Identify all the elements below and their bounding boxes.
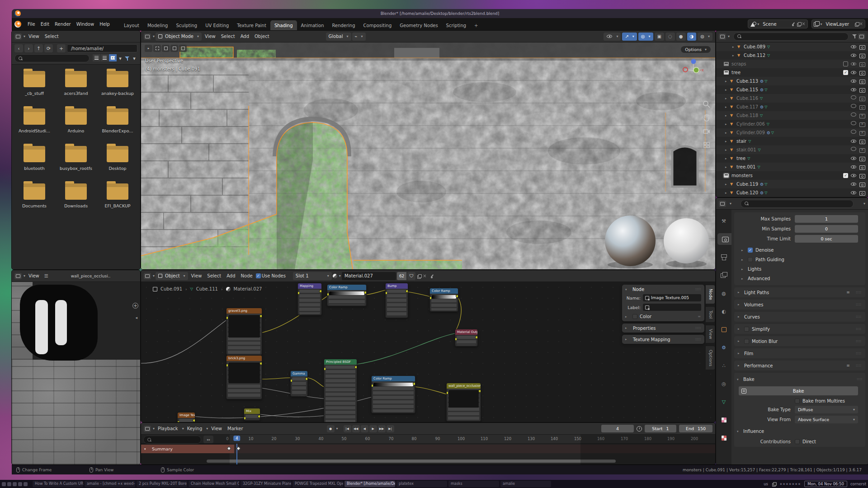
- tray-icon[interactable]: [771, 481, 777, 487]
- gizmo-toggle[interactable]: ↗▾: [622, 33, 637, 41]
- tab-object[interactable]: [716, 324, 731, 335]
- workspace-tab[interactable]: Shading: [270, 20, 297, 30]
- shader-node[interactable]: gravel3.png: [226, 308, 262, 355]
- folder-item[interactable]: bluetooth: [14, 146, 55, 171]
- close-icon[interactable]: ×: [802, 21, 805, 27]
- workspace-tab[interactable]: Layout: [120, 20, 143, 30]
- expand-arrow-icon[interactable]: ▸: [732, 54, 737, 57]
- subsection-checkbox[interactable]: [748, 257, 753, 262]
- snap-dropdown[interactable]: ⌁▾: [352, 33, 366, 41]
- tab-output[interactable]: [716, 251, 731, 263]
- folder-item[interactable]: anakey-backup: [97, 71, 138, 96]
- subsection-row[interactable]: ▸ Denoise: [737, 246, 863, 254]
- outliner-row[interactable]: ▸ ▼ monsters ⚙ ▽: [716, 171, 868, 180]
- render-camera-icon[interactable]: [859, 61, 865, 67]
- workspace-tab[interactable]: Rendering: [328, 20, 359, 30]
- visibility-eye-icon[interactable]: [850, 78, 857, 84]
- shader-node[interactable]: Color Ramp: [371, 375, 415, 413]
- sidebar-tab[interactable]: View: [706, 325, 715, 343]
- node-header[interactable]: Mix: [244, 408, 260, 414]
- visibility-eye-icon[interactable]: [850, 52, 857, 58]
- render-camera-icon[interactable]: [859, 121, 865, 127]
- expand-arrow-icon[interactable]: ▸: [725, 114, 730, 117]
- color-checkbox[interactable]: [632, 314, 637, 319]
- outliner-search-input[interactable]: [733, 33, 849, 41]
- outliner-row[interactable]: ▸ ▼ Cylinder.006 ⚙ ▽: [716, 120, 868, 128]
- taskbar-window-button[interactable]: 2 pcs Pulley MXL-20T Bore Siz...: [137, 481, 187, 487]
- shader-node[interactable]: Gamma: [290, 371, 308, 397]
- tool-icon[interactable]: [162, 45, 170, 52]
- fake-user-shield-icon[interactable]: 🛡: [407, 272, 415, 280]
- node-label-field[interactable]: [643, 304, 701, 311]
- workspace-tab[interactable]: Modeling: [143, 20, 172, 30]
- shading-material-button[interactable]: ◑: [687, 33, 697, 41]
- section-bar[interactable]: ▸ Volumes ≡ ∷∷: [734, 300, 865, 310]
- collapse-arrow-icon[interactable]: ▾: [737, 430, 741, 433]
- collapse-arrow-icon[interactable]: ▾: [625, 288, 630, 291]
- subsection-checkbox[interactable]: [748, 248, 753, 253]
- texture-mapping-subpanel[interactable]: ▸ Texture Mapping ∷∷: [622, 335, 704, 344]
- copy-icon[interactable]: [796, 21, 802, 27]
- expand-arrow-icon[interactable]: ▸: [625, 315, 630, 319]
- render-camera-icon[interactable]: [859, 113, 865, 118]
- image-editor-canvas[interactable]: + ◂: [12, 282, 140, 465]
- create-folder-button[interactable]: +: [57, 44, 66, 52]
- display-mode-icon[interactable]: [858, 33, 865, 40]
- tab-world[interactable]: ◐: [716, 305, 731, 317]
- tool-icon[interactable]: [170, 45, 178, 52]
- tab-tool[interactable]: ⚒: [716, 215, 731, 227]
- tab-object-data[interactable]: ▽: [716, 396, 731, 408]
- folder-item[interactable]: Documents: [14, 183, 55, 208]
- min-samples-field[interactable]: 0: [795, 225, 858, 233]
- taskbar-window-button[interactable]: amalie - [chmod +x weed-intern...: [85, 481, 135, 487]
- shader-type-dropdown[interactable]: Object▾: [156, 272, 188, 280]
- workspace-tab[interactable]: Compositing: [359, 20, 396, 30]
- section-bar[interactable]: ▸ Performance ≡ ∷∷: [734, 361, 865, 371]
- zoom-icon[interactable]: [703, 100, 711, 108]
- render-camera-icon[interactable]: [859, 52, 865, 58]
- path-field[interactable]: /home/amalie/: [67, 44, 137, 52]
- sidebar-tab[interactable]: Tool: [706, 306, 715, 323]
- editor-type-icon[interactable]: [719, 201, 726, 207]
- expand-arrow-icon[interactable]: ▸: [725, 88, 730, 92]
- expand-arrow-icon[interactable]: ▸: [725, 122, 730, 126]
- outliner-row[interactable]: ▸ ▼ tree.001 ⚙ ▽: [716, 163, 868, 171]
- editor-type-icon[interactable]: [144, 273, 151, 279]
- node-header[interactable]: gravel3.png: [226, 308, 262, 314]
- collapse-arrow-icon[interactable]: ◂: [135, 315, 137, 320]
- expand-arrow-icon[interactable]: ▸: [725, 97, 730, 100]
- visibility-eye-icon[interactable]: [850, 155, 857, 161]
- select-box-tool-icon[interactable]: [153, 45, 161, 52]
- collapse-arrow-icon[interactable]: ▾: [737, 378, 741, 381]
- folder-item[interactable]: _cb_stuff: [14, 71, 55, 96]
- visibility-eye-icon[interactable]: [850, 95, 857, 101]
- users-count-badge[interactable]: 62: [397, 272, 406, 280]
- node-name-field[interactable]: Image Texture.005: [643, 294, 701, 301]
- tab-view-layer[interactable]: [716, 269, 731, 281]
- node-header[interactable]: Color Ramp: [372, 376, 415, 381]
- visibility-eye-icon[interactable]: [850, 190, 857, 196]
- timeline-scrollbar[interactable]: [207, 460, 616, 463]
- visibility-eye-icon[interactable]: [850, 130, 857, 136]
- outliner-row[interactable]: ▸ ▼ Cube.089 ⚙ ▽: [716, 42, 868, 51]
- expand-arrow-icon[interactable]: ▸: [725, 157, 730, 160]
- render-camera-icon[interactable]: [859, 173, 865, 178]
- expand-arrow-icon[interactable]: ▸: [725, 131, 730, 135]
- workspace-tab[interactable]: Texture Paint: [233, 20, 270, 30]
- list-view-button[interactable]: [93, 54, 100, 61]
- copy-icon[interactable]: [416, 273, 422, 279]
- bake-multires-checkbox[interactable]: [795, 399, 800, 404]
- navigation-gizmo[interactable]: x: [682, 58, 705, 81]
- thumbnail-view-button[interactable]: [109, 54, 117, 61]
- menu-marker[interactable]: Marker: [225, 425, 245, 432]
- render-camera-icon[interactable]: [859, 130, 865, 136]
- render-camera-icon[interactable]: [859, 87, 865, 93]
- view-from-dropdown[interactable]: Above Surface▾: [795, 416, 858, 423]
- bake-button[interactable]: Bake: [739, 386, 858, 395]
- visibility-eye-icon[interactable]: [850, 70, 857, 75]
- node-header[interactable]: Mapping: [298, 283, 321, 289]
- node-header[interactable]: Gamma: [291, 371, 307, 376]
- outliner-row[interactable]: ▸ ▼ tree ⚙ ▽: [716, 68, 868, 77]
- subsection-row[interactable]: ▸ Path Guiding: [737, 256, 863, 263]
- file-search-input[interactable]: [14, 54, 90, 62]
